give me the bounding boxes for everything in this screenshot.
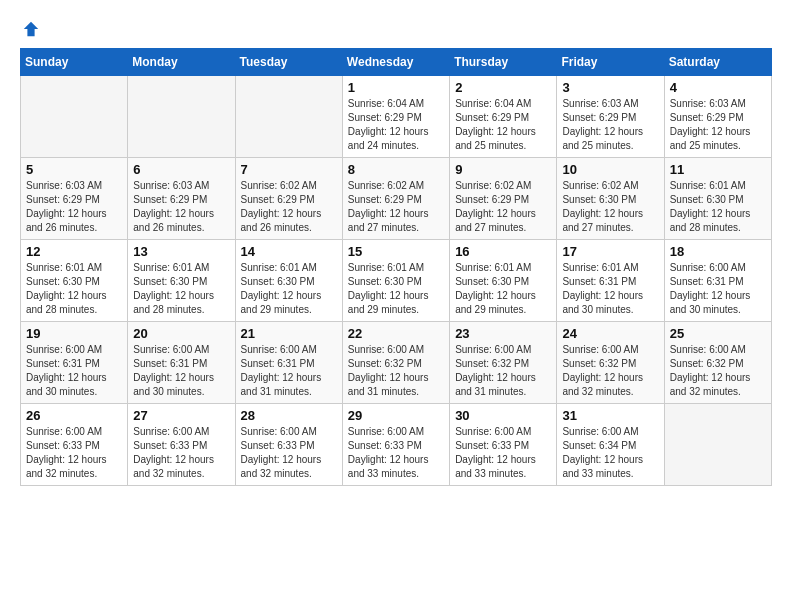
day-info: Sunrise: 6:00 AM Sunset: 6:31 PM Dayligh… [26, 343, 122, 399]
calendar-cell: 19Sunrise: 6:00 AM Sunset: 6:31 PM Dayli… [21, 322, 128, 404]
day-info: Sunrise: 6:00 AM Sunset: 6:31 PM Dayligh… [241, 343, 337, 399]
day-number: 25 [670, 326, 766, 341]
day-number: 2 [455, 80, 551, 95]
day-number: 4 [670, 80, 766, 95]
weekday-header-row: SundayMondayTuesdayWednesdayThursdayFrid… [21, 49, 772, 76]
day-info: Sunrise: 6:01 AM Sunset: 6:30 PM Dayligh… [455, 261, 551, 317]
calendar-cell: 29Sunrise: 6:00 AM Sunset: 6:33 PM Dayli… [342, 404, 449, 486]
day-info: Sunrise: 6:00 AM Sunset: 6:31 PM Dayligh… [670, 261, 766, 317]
calendar-week-row: 19Sunrise: 6:00 AM Sunset: 6:31 PM Dayli… [21, 322, 772, 404]
day-info: Sunrise: 6:00 AM Sunset: 6:33 PM Dayligh… [241, 425, 337, 481]
calendar-week-row: 5Sunrise: 6:03 AM Sunset: 6:29 PM Daylig… [21, 158, 772, 240]
day-number: 26 [26, 408, 122, 423]
day-number: 3 [562, 80, 658, 95]
day-info: Sunrise: 6:03 AM Sunset: 6:29 PM Dayligh… [26, 179, 122, 235]
day-info: Sunrise: 6:01 AM Sunset: 6:31 PM Dayligh… [562, 261, 658, 317]
calendar-cell: 8Sunrise: 6:02 AM Sunset: 6:29 PM Daylig… [342, 158, 449, 240]
calendar-cell [21, 76, 128, 158]
day-info: Sunrise: 6:01 AM Sunset: 6:30 PM Dayligh… [670, 179, 766, 235]
day-info: Sunrise: 6:02 AM Sunset: 6:29 PM Dayligh… [348, 179, 444, 235]
calendar-cell: 31Sunrise: 6:00 AM Sunset: 6:34 PM Dayli… [557, 404, 664, 486]
calendar-week-row: 1Sunrise: 6:04 AM Sunset: 6:29 PM Daylig… [21, 76, 772, 158]
day-info: Sunrise: 6:01 AM Sunset: 6:30 PM Dayligh… [26, 261, 122, 317]
calendar-cell [235, 76, 342, 158]
day-info: Sunrise: 6:01 AM Sunset: 6:30 PM Dayligh… [133, 261, 229, 317]
calendar-cell: 9Sunrise: 6:02 AM Sunset: 6:29 PM Daylig… [450, 158, 557, 240]
calendar-cell: 28Sunrise: 6:00 AM Sunset: 6:33 PM Dayli… [235, 404, 342, 486]
day-number: 6 [133, 162, 229, 177]
calendar-cell: 18Sunrise: 6:00 AM Sunset: 6:31 PM Dayli… [664, 240, 771, 322]
day-info: Sunrise: 6:01 AM Sunset: 6:30 PM Dayligh… [348, 261, 444, 317]
weekday-header-monday: Monday [128, 49, 235, 76]
day-number: 30 [455, 408, 551, 423]
day-info: Sunrise: 6:01 AM Sunset: 6:30 PM Dayligh… [241, 261, 337, 317]
weekday-header-wednesday: Wednesday [342, 49, 449, 76]
day-info: Sunrise: 6:02 AM Sunset: 6:30 PM Dayligh… [562, 179, 658, 235]
day-number: 18 [670, 244, 766, 259]
calendar-cell: 23Sunrise: 6:00 AM Sunset: 6:32 PM Dayli… [450, 322, 557, 404]
calendar-cell: 12Sunrise: 6:01 AM Sunset: 6:30 PM Dayli… [21, 240, 128, 322]
day-info: Sunrise: 6:03 AM Sunset: 6:29 PM Dayligh… [133, 179, 229, 235]
day-number: 28 [241, 408, 337, 423]
day-number: 15 [348, 244, 444, 259]
day-number: 12 [26, 244, 122, 259]
calendar-cell: 15Sunrise: 6:01 AM Sunset: 6:30 PM Dayli… [342, 240, 449, 322]
day-number: 29 [348, 408, 444, 423]
calendar-cell: 13Sunrise: 6:01 AM Sunset: 6:30 PM Dayli… [128, 240, 235, 322]
day-number: 19 [26, 326, 122, 341]
logo-icon [22, 20, 40, 38]
day-info: Sunrise: 6:00 AM Sunset: 6:31 PM Dayligh… [133, 343, 229, 399]
day-number: 1 [348, 80, 444, 95]
day-info: Sunrise: 6:04 AM Sunset: 6:29 PM Dayligh… [455, 97, 551, 153]
day-number: 17 [562, 244, 658, 259]
page-header [20, 20, 772, 38]
day-info: Sunrise: 6:02 AM Sunset: 6:29 PM Dayligh… [455, 179, 551, 235]
day-info: Sunrise: 6:00 AM Sunset: 6:33 PM Dayligh… [133, 425, 229, 481]
logo [20, 20, 40, 38]
calendar-cell: 5Sunrise: 6:03 AM Sunset: 6:29 PM Daylig… [21, 158, 128, 240]
weekday-header-thursday: Thursday [450, 49, 557, 76]
day-number: 21 [241, 326, 337, 341]
calendar-cell: 16Sunrise: 6:01 AM Sunset: 6:30 PM Dayli… [450, 240, 557, 322]
calendar-cell: 22Sunrise: 6:00 AM Sunset: 6:32 PM Dayli… [342, 322, 449, 404]
calendar-cell: 26Sunrise: 6:00 AM Sunset: 6:33 PM Dayli… [21, 404, 128, 486]
calendar-cell: 10Sunrise: 6:02 AM Sunset: 6:30 PM Dayli… [557, 158, 664, 240]
day-number: 5 [26, 162, 122, 177]
calendar-cell: 6Sunrise: 6:03 AM Sunset: 6:29 PM Daylig… [128, 158, 235, 240]
calendar-cell: 17Sunrise: 6:01 AM Sunset: 6:31 PM Dayli… [557, 240, 664, 322]
day-number: 31 [562, 408, 658, 423]
day-info: Sunrise: 6:00 AM Sunset: 6:34 PM Dayligh… [562, 425, 658, 481]
day-number: 11 [670, 162, 766, 177]
day-number: 22 [348, 326, 444, 341]
day-number: 24 [562, 326, 658, 341]
day-info: Sunrise: 6:00 AM Sunset: 6:33 PM Dayligh… [348, 425, 444, 481]
day-number: 16 [455, 244, 551, 259]
day-info: Sunrise: 6:00 AM Sunset: 6:33 PM Dayligh… [455, 425, 551, 481]
calendar-week-row: 26Sunrise: 6:00 AM Sunset: 6:33 PM Dayli… [21, 404, 772, 486]
calendar-cell [128, 76, 235, 158]
day-number: 9 [455, 162, 551, 177]
day-info: Sunrise: 6:00 AM Sunset: 6:32 PM Dayligh… [562, 343, 658, 399]
day-number: 13 [133, 244, 229, 259]
day-info: Sunrise: 6:04 AM Sunset: 6:29 PM Dayligh… [348, 97, 444, 153]
weekday-header-saturday: Saturday [664, 49, 771, 76]
calendar-table: SundayMondayTuesdayWednesdayThursdayFrid… [20, 48, 772, 486]
day-info: Sunrise: 6:00 AM Sunset: 6:32 PM Dayligh… [348, 343, 444, 399]
calendar-cell: 25Sunrise: 6:00 AM Sunset: 6:32 PM Dayli… [664, 322, 771, 404]
day-number: 23 [455, 326, 551, 341]
calendar-cell: 14Sunrise: 6:01 AM Sunset: 6:30 PM Dayli… [235, 240, 342, 322]
calendar-cell: 4Sunrise: 6:03 AM Sunset: 6:29 PM Daylig… [664, 76, 771, 158]
calendar-cell: 2Sunrise: 6:04 AM Sunset: 6:29 PM Daylig… [450, 76, 557, 158]
day-info: Sunrise: 6:02 AM Sunset: 6:29 PM Dayligh… [241, 179, 337, 235]
calendar-cell: 1Sunrise: 6:04 AM Sunset: 6:29 PM Daylig… [342, 76, 449, 158]
day-number: 10 [562, 162, 658, 177]
calendar-cell: 27Sunrise: 6:00 AM Sunset: 6:33 PM Dayli… [128, 404, 235, 486]
day-number: 8 [348, 162, 444, 177]
day-number: 27 [133, 408, 229, 423]
calendar-cell: 24Sunrise: 6:00 AM Sunset: 6:32 PM Dayli… [557, 322, 664, 404]
calendar-cell: 21Sunrise: 6:00 AM Sunset: 6:31 PM Dayli… [235, 322, 342, 404]
day-number: 7 [241, 162, 337, 177]
day-info: Sunrise: 6:00 AM Sunset: 6:32 PM Dayligh… [670, 343, 766, 399]
svg-marker-0 [24, 22, 38, 36]
day-number: 20 [133, 326, 229, 341]
